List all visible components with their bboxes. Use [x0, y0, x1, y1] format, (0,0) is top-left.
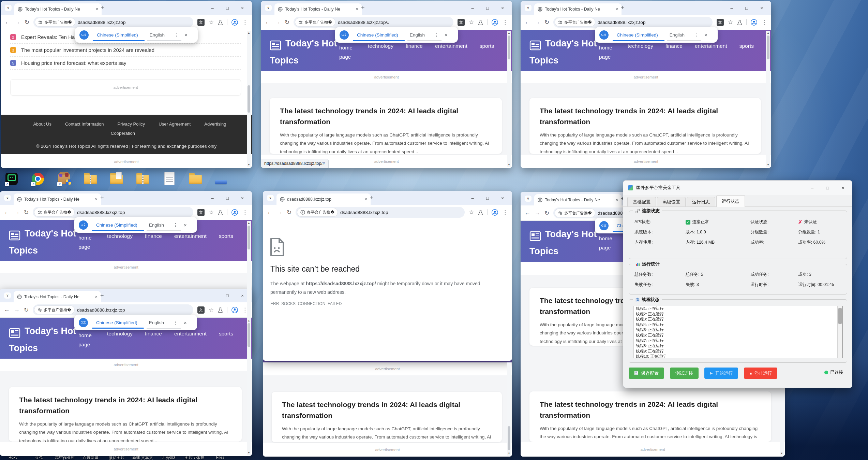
site-info-chip[interactable]: 多平台广告撸�	[34, 208, 74, 216]
site-info-chip[interactable]: 多平台广告撸�	[295, 18, 335, 26]
address-bar[interactable]: 多平台广告撸� dsadsad8888.lxzxjz.top/#	[294, 17, 453, 28]
nav-finance[interactable]: finance	[145, 233, 162, 251]
nav-finance[interactable]: finance	[406, 43, 423, 61]
scrollbar[interactable]: ▲▼	[507, 31, 511, 167]
article-card[interactable]: The latest technology trends in 2024: AI…	[9, 387, 242, 442]
minimize-button[interactable]: –	[465, 196, 480, 201]
scroll-thumb[interactable]	[248, 226, 250, 249]
reload-icon[interactable]: ↻	[544, 210, 549, 217]
profile-avatar-icon[interactable]	[231, 209, 238, 216]
translate-close-icon[interactable]: ×	[184, 32, 188, 38]
site-info-chip[interactable]: 多平台广告撸�	[555, 209, 595, 217]
active-tab[interactable]: Today's Hot Topics - Daily Ne ×	[14, 291, 101, 302]
thread-row[interactable]: 线程5: 正在运行	[633, 327, 842, 333]
maximize-button[interactable]: □	[220, 196, 235, 201]
news-title[interactable]: The most popular investment projects in …	[21, 47, 154, 53]
stop-run-button[interactable]: ■停止运行	[744, 368, 777, 379]
translate-source-tab[interactable]: Chinese (Simplified)	[96, 320, 137, 325]
news-list-item[interactable]: 5Housing price trend forecast: what expe…	[10, 57, 241, 70]
nav-finance[interactable]: finance	[665, 43, 683, 61]
scroll-thumb[interactable]	[508, 426, 510, 450]
article-title[interactable]: The latest technology trends in 2024: AI…	[282, 399, 484, 421]
translate-icon[interactable]: 文	[458, 19, 465, 26]
scroll-up-icon[interactable]: ▲	[247, 31, 251, 34]
translate-close-icon[interactable]: ×	[184, 222, 187, 228]
flask-icon[interactable]	[218, 210, 223, 215]
desktop-icon-label[interactable]: 无密钥3	[155, 455, 181, 460]
news-title[interactable]: Housing price trend forecast: what exper…	[21, 60, 126, 66]
tab-advanced-settings[interactable]: 高级设置	[657, 197, 686, 206]
nav-technology[interactable]: technology	[107, 331, 133, 349]
nav-home[interactable]: home page	[599, 234, 615, 252]
scroll-up-icon[interactable]: ▲	[507, 31, 511, 34]
article-title[interactable]: The latest technology trends in 2024: AI…	[540, 399, 742, 420]
text-document-desktop-icon[interactable]	[162, 171, 176, 187]
site-logo[interactable]: Topics	[9, 245, 38, 256]
thread-row[interactable]: 线程4: 正在运行	[633, 322, 842, 328]
close-button[interactable]: ×	[835, 185, 851, 190]
back-icon[interactable]: ←	[4, 209, 10, 216]
zip-folder-desktop-icon[interactable]	[84, 171, 97, 187]
article-card[interactable]: The latest technology trends in 2024: AI…	[529, 98, 761, 154]
maximize-button[interactable]: □	[820, 185, 835, 190]
site-logo[interactable]: Topics	[529, 55, 558, 66]
address-bar[interactable]: 多平台广告撸� dsadsad8888.lxzxjz.top	[33, 207, 193, 218]
minimize-button[interactable]: –	[205, 5, 220, 11]
translate-close-icon[interactable]: ×	[184, 320, 187, 326]
thread-listbox[interactable]: 线程1: 正在运行 线程2: 正在运行 线程3: 正在运行 线程4: 正在运行 …	[633, 306, 843, 358]
maximize-button[interactable]: □	[480, 5, 495, 11]
close-button[interactable]: ×	[495, 5, 510, 11]
nav-entertainment[interactable]: entertainment	[174, 331, 207, 349]
start-run-button[interactable]: ▶开始运行	[704, 368, 738, 379]
scroll-up-icon[interactable]: ▲	[247, 319, 251, 322]
reload-icon[interactable]: ↻	[287, 209, 291, 216]
minimize-button[interactable]: –	[205, 196, 220, 201]
address-bar[interactable]: 多平台广告撸� dsadsad8888.lxzxjz.top	[33, 17, 193, 28]
site-logo[interactable]: Topics	[529, 246, 558, 257]
bookmark-star-icon[interactable]: ☆	[469, 209, 474, 216]
scroll-up-icon[interactable]: ▲	[247, 221, 251, 225]
thread-row[interactable]: 线程9: 正在运行	[633, 349, 842, 354]
thread-row[interactable]: 线程8: 正在运行	[633, 343, 842, 349]
desktop-icon-label[interactable]: 图片字体替	[181, 455, 207, 460]
back-icon[interactable]: ←	[525, 19, 530, 26]
nav-sports[interactable]: sports	[480, 43, 494, 61]
nav-home[interactable]: home page	[339, 43, 356, 61]
chrome-desktop-icon[interactable]: ↗	[31, 171, 45, 187]
zip-folder-desktop-icon[interactable]	[136, 171, 150, 187]
reload-icon[interactable]: ↻	[24, 306, 29, 314]
address-bar[interactable]: 多平台广告撸� dsadsad8888.lxzxjz.top	[33, 304, 193, 315]
maximize-button[interactable]: □	[739, 5, 754, 11]
desktop-icon-label[interactable]: Files	[207, 455, 233, 460]
new-tab-button[interactable]: +	[621, 4, 625, 12]
flask-icon[interactable]	[737, 19, 742, 25]
site-info-chip[interactable]: 多平台广告撸�	[34, 306, 74, 314]
blue-bar-desktop-icon[interactable]	[215, 171, 228, 187]
nav-technology[interactable]: technology	[107, 233, 133, 251]
translate-options-icon[interactable]: ⋮	[173, 222, 178, 228]
translate-options-icon[interactable]: ⋮	[174, 32, 179, 38]
folder-desktop-icon[interactable]	[189, 171, 202, 187]
desktop-icon-label[interactable]: 高空作业封	[52, 455, 78, 460]
footer-link[interactable]: Contact Information	[65, 121, 104, 127]
new-tab-button[interactable]: +	[100, 292, 104, 299]
translate-target-tab[interactable]: English	[149, 320, 164, 325]
translate-target-tab[interactable]: English	[150, 32, 165, 38]
site-logo[interactable]: Today's Hot	[285, 38, 337, 49]
site-info-chip[interactable]: 多平台广告撸�	[297, 208, 338, 216]
back-icon[interactable]: ←	[5, 19, 11, 26]
translate-target-tab[interactable]: English	[410, 32, 425, 38]
thread-row[interactable]: 线程7: 正在运行	[633, 338, 842, 344]
active-tab[interactable]: Today's Hot Topics - Daily Ne ×	[274, 3, 362, 15]
close-button[interactable]: ×	[235, 196, 250, 201]
scroll-down-icon[interactable]: ▼	[507, 163, 511, 166]
scroll-up-icon[interactable]: ▲	[766, 31, 770, 34]
translate-source-tab[interactable]: Chinese (Simplified)	[97, 32, 138, 38]
nav-sports[interactable]: sports	[739, 43, 754, 61]
tab-search-chevron-icon[interactable]: ∨	[525, 196, 532, 202]
scroll-thumb[interactable]	[508, 35, 510, 59]
site-logo[interactable]: Today's Hot	[545, 38, 597, 49]
tab-close-icon[interactable]: ×	[364, 197, 368, 202]
desktop-icon-label[interactable]: 微信图片	[104, 455, 130, 460]
minimize-button[interactable]: –	[805, 185, 820, 190]
